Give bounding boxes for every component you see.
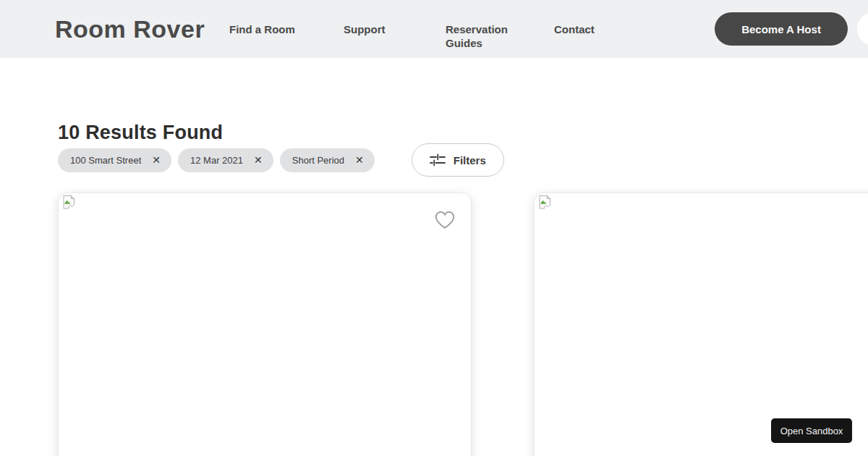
- header-circle-button[interactable]: [857, 12, 868, 46]
- site-header: Room Rover Find a Room Support Reservati…: [0, 0, 868, 58]
- sliders-icon: [430, 153, 446, 166]
- filter-chip-label: 100 Smart Street: [70, 155, 141, 166]
- favorite-button[interactable]: [434, 211, 456, 231]
- filters-button-label: Filters: [454, 154, 486, 166]
- results-count-title: 10 Results Found: [58, 122, 223, 144]
- nav-link-find-a-room[interactable]: Find a Room: [229, 22, 295, 36]
- broken-image-icon: [539, 195, 551, 209]
- filter-chip-label: 12 Mar 2021: [190, 155, 243, 166]
- filter-chip-location[interactable]: 100 Smart Street ✕: [58, 148, 171, 172]
- nav-link-support[interactable]: Support: [344, 22, 386, 36]
- nav-link-contact[interactable]: Contact: [554, 22, 595, 36]
- close-icon: ✕: [355, 154, 364, 166]
- broken-image-icon: [63, 195, 75, 209]
- remove-filter-button[interactable]: ✕: [355, 155, 364, 165]
- nav-link-reservation-guides[interactable]: Reservation Guides: [446, 22, 518, 50]
- room-card[interactable]: [534, 193, 868, 456]
- filters-button[interactable]: Filters: [412, 143, 504, 177]
- close-icon: ✕: [254, 154, 263, 166]
- remove-filter-button[interactable]: ✕: [152, 155, 161, 165]
- close-icon: ✕: [152, 154, 161, 166]
- remove-filter-button[interactable]: ✕: [254, 155, 263, 165]
- filter-chip-period[interactable]: Short Period ✕: [280, 148, 375, 172]
- filter-chip-date[interactable]: 12 Mar 2021 ✕: [178, 148, 273, 172]
- filter-chip-label: Short Period: [292, 155, 344, 166]
- room-card[interactable]: [58, 193, 472, 456]
- logo[interactable]: Room Rover: [55, 15, 205, 43]
- become-a-host-button[interactable]: Become A Host: [715, 12, 848, 46]
- open-sandbox-button[interactable]: Open Sandbox: [771, 418, 852, 443]
- heart-icon: [435, 211, 455, 229]
- filter-chip-row: 100 Smart Street ✕ 12 Mar 2021 ✕ Short P…: [58, 143, 504, 177]
